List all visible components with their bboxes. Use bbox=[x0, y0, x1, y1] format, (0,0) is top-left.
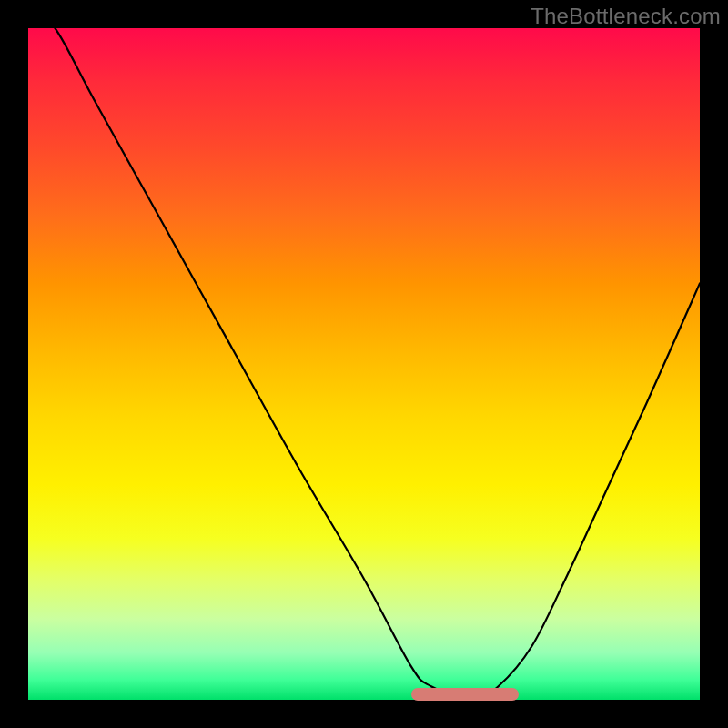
chart-frame: TheBottleneck.com bbox=[0, 0, 728, 728]
plot-area bbox=[28, 28, 700, 700]
optimal-zone-marker bbox=[411, 688, 519, 701]
watermark-label: TheBottleneck.com bbox=[531, 4, 721, 29]
bottleneck-curve bbox=[28, 28, 700, 700]
